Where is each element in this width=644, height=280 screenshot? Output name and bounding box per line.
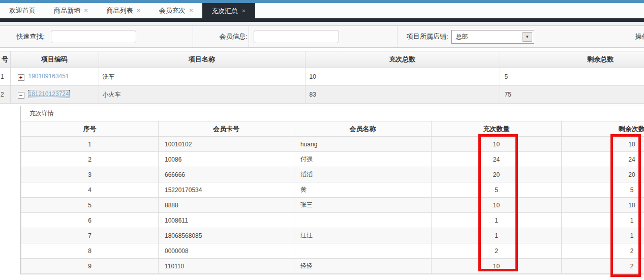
highlight-box-recharge-count xyxy=(478,134,518,271)
table-row[interactable]: 1 +190109163451 洗车 10 5 xyxy=(0,68,644,86)
row-remaining-count: 75 xyxy=(500,86,644,104)
detail-header-序号: 序号 xyxy=(21,121,159,137)
quick-search-cell xyxy=(46,26,193,47)
detail-cell: 5 xyxy=(21,198,159,213)
collapse-icon[interactable]: − xyxy=(18,92,24,99)
member-info-input[interactable] xyxy=(254,30,339,43)
quick-search-label: 快速查找: xyxy=(16,32,45,41)
detail-title: 充次详情 xyxy=(21,106,644,121)
table-row: 415220170534黄55 xyxy=(21,182,644,198)
action-label: 操作 xyxy=(635,32,644,41)
row-project-name: 洗车 xyxy=(99,68,305,86)
detail-cell: 1 xyxy=(21,137,159,152)
detail-cell: 6 xyxy=(21,213,159,228)
table-row: 210086付强2424 xyxy=(21,152,644,167)
detail-header-会员名称: 会员名称 xyxy=(294,121,432,137)
detail-cell xyxy=(294,243,432,259)
detail-cell: 8888 xyxy=(159,198,294,213)
tab-label: 充次汇总 xyxy=(211,7,238,15)
detail-cell: huang xyxy=(294,137,432,152)
table-row: 110010102huang1010 xyxy=(21,137,644,152)
shop-select-value: 总部 xyxy=(456,33,468,41)
detail-header-row: 序号会员卡号会员名称充次数量剩余次数 xyxy=(21,121,644,137)
chevron-down-icon[interactable]: ▼ xyxy=(523,32,532,42)
action-column-cell: 操作 xyxy=(597,26,644,47)
tab-label: 欢迎首页 xyxy=(9,7,36,14)
tab-label: 商品新增 xyxy=(54,7,80,14)
detail-cell: 1008611 xyxy=(159,213,294,228)
tab-label: 会员充次 xyxy=(159,7,186,14)
detail-cell: 4 xyxy=(21,182,159,198)
row-remaining-count: 5 xyxy=(500,68,644,86)
close-icon[interactable]: ✕ xyxy=(136,3,140,18)
summary-table: 号 项目编码 项目名称 充次总数 剩余总数 1 +190109163451 洗车… xyxy=(0,51,644,104)
detail-cell: 黄 xyxy=(294,182,432,198)
table-row[interactable]: 2 −181210123724 小火车 83 75 xyxy=(0,86,644,104)
table-row: 8000000822 xyxy=(21,243,644,259)
detail-cell: 7 xyxy=(21,228,159,243)
detail-cell: 18068568085 xyxy=(159,228,294,243)
close-icon[interactable]: ✕ xyxy=(189,3,193,18)
tab-商品新增[interactable]: 商品新增✕ xyxy=(45,3,97,18)
detail-cell: 15220170534 xyxy=(159,182,294,198)
header-seq: 号 xyxy=(0,51,10,68)
header-remaining-count: 剩余总数 xyxy=(500,51,644,68)
project-code-link[interactable]: 190109163451 xyxy=(28,73,69,80)
row-seq: 2 xyxy=(0,86,10,104)
summary-header-row: 号 项目编码 项目名称 充次总数 剩余总数 xyxy=(0,51,644,68)
member-info-label-cell: 会员信息: xyxy=(193,26,249,47)
detail-table: 序号会员卡号会员名称充次数量剩余次数 110010102huang1010210… xyxy=(21,121,644,274)
row-project-name: 小火车 xyxy=(99,86,305,104)
detail-cell: 张三 xyxy=(294,198,432,213)
table-row: 718068568085汪汪11 xyxy=(21,228,644,243)
table-row: 3666666滔滔2020 xyxy=(21,167,644,182)
tab-欢迎首页[interactable]: 欢迎首页 xyxy=(0,3,45,18)
expand-icon[interactable]: + xyxy=(18,74,24,81)
quick-search-label-cell: 快速查找: xyxy=(0,26,46,47)
detail-cell: 3 xyxy=(21,167,159,182)
table-row: 6100861111 xyxy=(21,213,644,228)
recharge-detail-panel: 充次详情 序号会员卡号会员名称充次数量剩余次数 110010102huang10… xyxy=(20,106,644,274)
tab-充次汇总[interactable]: 充次汇总✕ xyxy=(202,3,255,22)
detail-cell: 汪汪 xyxy=(294,228,432,243)
tab-会员充次[interactable]: 会员充次✕ xyxy=(150,3,202,18)
header-project-code: 项目编码 xyxy=(10,51,99,68)
detail-cell: 2 xyxy=(21,152,159,167)
shop-select[interactable]: 总部 ▼ xyxy=(451,30,534,44)
table-row: 58888张三1010 xyxy=(21,198,644,213)
close-icon[interactable]: ✕ xyxy=(241,3,246,19)
table-row: 9110110轻轻102 xyxy=(21,259,644,274)
row-code-cell: −181210123724 xyxy=(10,86,99,104)
detail-cell: 9 xyxy=(21,259,159,274)
tab-商品列表[interactable]: 商品列表✕ xyxy=(97,3,149,18)
toolbar-gap-strip xyxy=(0,22,644,25)
header-total-count: 充次总数 xyxy=(305,51,500,68)
detail-header-会员卡号: 会员卡号 xyxy=(159,121,294,137)
detail-cell: 0000008 xyxy=(159,243,294,259)
detail-cell: 10086 xyxy=(159,152,294,167)
member-info-cell xyxy=(249,26,397,47)
app-window: 欢迎首页商品新增✕商品列表✕会员充次✕充次汇总✕ 快速查找: 会员信息: 项目所… xyxy=(0,0,644,280)
tab-label: 商品列表 xyxy=(106,7,133,14)
detail-cell: 666666 xyxy=(159,167,294,182)
detail-cell: 滔滔 xyxy=(294,167,432,182)
filter-bar: 快速查找: 会员信息: 项目所属店铺: 总部 ▼ 操作 xyxy=(0,25,644,48)
row-total-count: 10 xyxy=(305,68,500,86)
row-total-count: 83 xyxy=(305,86,500,104)
tabs-container: 欢迎首页商品新增✕商品列表✕会员充次✕充次汇总✕ xyxy=(0,3,644,22)
detail-cell: 轻轻 xyxy=(294,259,432,274)
close-icon[interactable]: ✕ xyxy=(84,3,88,18)
member-info-label: 会员信息: xyxy=(219,32,248,41)
shop-filter-cell: 项目所属店铺: 总部 ▼ xyxy=(397,26,597,47)
tab-bar: 欢迎首页商品新增✕商品列表✕会员充次✕充次汇总✕ xyxy=(0,3,644,22)
detail-cell: 10010102 xyxy=(159,137,294,152)
detail-cell: 110110 xyxy=(159,259,294,274)
detail-cell: 8 xyxy=(21,243,159,259)
header-project-name: 项目名称 xyxy=(99,51,305,68)
detail-cell xyxy=(294,213,432,228)
detail-cell: 付强 xyxy=(294,152,432,167)
project-code-link[interactable]: 181210123724 xyxy=(28,90,69,98)
row-seq: 1 xyxy=(0,68,10,86)
highlight-box-remaining-count xyxy=(610,134,641,277)
quick-search-input[interactable] xyxy=(51,30,136,43)
